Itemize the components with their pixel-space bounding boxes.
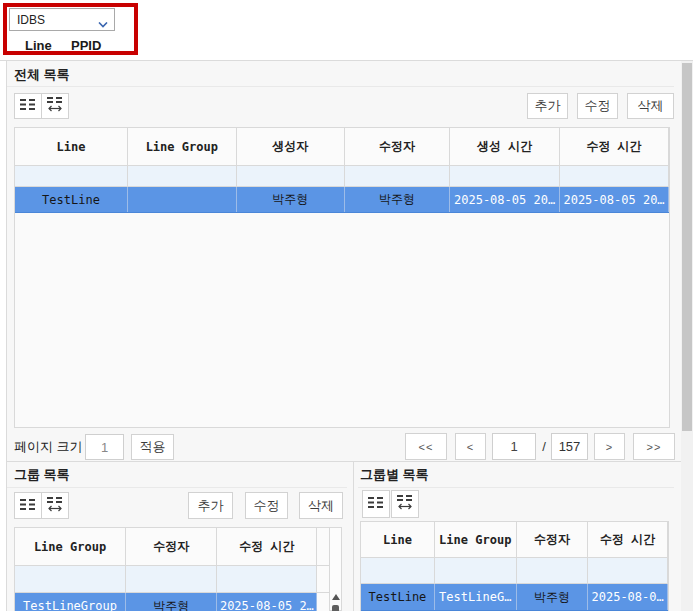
group-add-button[interactable]: 추가 xyxy=(188,492,233,519)
page-scrollbar[interactable] xyxy=(681,61,693,611)
table-cell[interactable] xyxy=(516,558,588,584)
combobox-value: IDBS xyxy=(17,13,45,27)
table-cell[interactable] xyxy=(236,166,344,187)
page-scrollbar-thumb[interactable] xyxy=(682,63,692,431)
column-header[interactable]: 수정자 xyxy=(344,128,449,166)
tab-ppid[interactable]: PPID xyxy=(71,36,101,54)
table-cell[interactable]: TestLineGroup xyxy=(15,593,126,611)
column-header[interactable] xyxy=(317,528,330,566)
autofit-width-icon xyxy=(47,97,63,115)
table-row[interactable] xyxy=(361,558,668,584)
group-edit-button[interactable]: 수정 xyxy=(245,492,288,519)
column-header[interactable]: Line Group xyxy=(127,128,236,166)
list-columns-icon xyxy=(368,496,384,512)
current-page-input[interactable]: 1 xyxy=(492,433,536,460)
groupby-autofit-columns-button[interactable] xyxy=(391,490,419,518)
table-cell[interactable] xyxy=(361,558,434,584)
full-list-table-container: LineLine Group생성자수정자생성 시간수정 시간TestLine박주… xyxy=(14,127,670,428)
group-delete-button[interactable]: 삭제 xyxy=(299,492,343,519)
table-cell[interactable] xyxy=(127,187,236,213)
column-header[interactable]: 수정 시간 xyxy=(560,128,669,166)
table-cell[interactable] xyxy=(560,166,669,187)
table-cell[interactable]: 2025-08-05 20… xyxy=(560,187,669,213)
table-cell[interactable]: 박주형 xyxy=(126,593,217,611)
column-header[interactable]: 생성자 xyxy=(236,128,344,166)
tab-ppid-label: PPID xyxy=(71,38,101,53)
column-header[interactable]: 수정 시간 xyxy=(217,528,317,566)
tab-line[interactable]: Line xyxy=(25,36,52,54)
bottom-vertical-divider xyxy=(353,462,354,611)
section-rule xyxy=(358,487,674,488)
column-header[interactable]: Line Group xyxy=(15,528,126,566)
table-cell[interactable] xyxy=(15,566,126,593)
table-cell[interactable]: 2025-08-0… xyxy=(588,584,668,611)
delete-button[interactable]: 삭제 xyxy=(627,93,674,119)
table-cell[interactable]: 2025-08-05 20… xyxy=(450,187,560,213)
group-list-table-container: Line Group수정자수정 시간TestLineGroup박주형2025-0… xyxy=(14,527,331,611)
table-cell[interactable] xyxy=(317,566,330,593)
scroll-up-icon[interactable] xyxy=(332,594,340,600)
table-cell[interactable] xyxy=(126,566,217,593)
table-cell[interactable]: 박주형 xyxy=(344,187,449,213)
table-cell[interactable]: 박주형 xyxy=(516,584,588,611)
group-list-scrollbar[interactable] xyxy=(330,527,342,611)
table-cell[interactable] xyxy=(15,166,127,187)
add-button[interactable]: 추가 xyxy=(527,93,568,119)
section-rule xyxy=(7,86,674,87)
table-cell[interactable]: 2025-08-05 2… xyxy=(217,593,317,611)
chevron-down-icon xyxy=(98,17,108,31)
page-size-input[interactable]: 1 xyxy=(85,434,124,460)
table-cell[interactable]: TestLineG… xyxy=(434,584,516,611)
table-cell[interactable] xyxy=(317,593,330,611)
table-cell[interactable]: TestLine xyxy=(361,584,434,611)
table-row[interactable] xyxy=(15,566,330,593)
last-page-button[interactable]: >> xyxy=(633,433,675,460)
groupby-column-list-button[interactable] xyxy=(362,490,390,518)
group-autofit-columns-button[interactable] xyxy=(41,492,69,519)
autofit-columns-button[interactable] xyxy=(41,93,69,119)
table-cell[interactable] xyxy=(127,166,236,187)
column-header[interactable]: 생성 시간 xyxy=(450,128,560,166)
table-cell[interactable]: 박주형 xyxy=(236,187,344,213)
column-header[interactable]: 수정자 xyxy=(516,522,588,558)
column-header[interactable]: Line xyxy=(15,128,127,166)
section-divider xyxy=(7,461,681,462)
column-list-button[interactable] xyxy=(14,93,42,119)
group-column-list-button[interactable] xyxy=(14,492,42,519)
table-row-selected[interactable]: TestLineGroup박주형2025-08-05 2… xyxy=(15,593,330,611)
database-combobox[interactable]: IDBS xyxy=(9,8,115,31)
group-list-table[interactable]: Line Group수정자수정 시간TestLineGroup박주형2025-0… xyxy=(15,528,330,611)
section-title-full-list: 전체 목록 xyxy=(14,66,70,84)
table-cell[interactable] xyxy=(450,166,560,187)
column-header[interactable]: 수정 시간 xyxy=(588,522,668,558)
prev-page-button[interactable]: < xyxy=(455,433,486,460)
column-header[interactable]: Line xyxy=(361,522,434,558)
table-cell[interactable] xyxy=(217,566,317,593)
edit-button[interactable]: 수정 xyxy=(577,93,618,119)
autofit-width-icon xyxy=(397,495,413,513)
table-cell[interactable] xyxy=(344,166,449,187)
page-separator: / xyxy=(538,433,550,460)
apply-button[interactable]: 적용 xyxy=(131,434,174,460)
section-title-group-list: 그룹 목록 xyxy=(14,466,70,484)
list-columns-icon xyxy=(20,498,36,514)
table-row-selected[interactable]: TestLineTestLineG…박주형2025-08-0… xyxy=(361,584,668,611)
column-header[interactable]: 수정자 xyxy=(126,528,217,566)
full-list-table[interactable]: LineLine Group생성자수정자생성 시간수정 시간TestLine박주… xyxy=(15,128,669,213)
table-cell[interactable] xyxy=(588,558,668,584)
group-by-list-table[interactable]: LineLine Group수정자수정 시간TestLineTestLineG…… xyxy=(361,522,668,611)
table-row[interactable] xyxy=(15,166,669,187)
group-by-list-table-container: LineLine Group수정자수정 시간TestLineTestLineG…… xyxy=(360,521,669,611)
app-window: IDBS Line PPID 전체 목록 추가 수정 삭제 LineLine G… xyxy=(0,0,693,611)
next-page-button[interactable]: > xyxy=(594,433,625,460)
autofit-width-icon xyxy=(47,497,63,515)
table-cell[interactable] xyxy=(434,558,516,584)
table-row-selected[interactable]: TestLine박주형박주형2025-08-05 20…2025-08-05 2… xyxy=(15,187,669,213)
section-rule xyxy=(7,487,347,488)
scrollbar-thumb[interactable] xyxy=(332,605,339,611)
section-title-group-by-list: 그룹별 목록 xyxy=(360,466,429,484)
column-header[interactable]: Line Group xyxy=(434,522,516,558)
total-pages-box: 157 xyxy=(551,433,588,460)
table-cell[interactable]: TestLine xyxy=(15,187,127,213)
first-page-button[interactable]: << xyxy=(405,433,447,460)
